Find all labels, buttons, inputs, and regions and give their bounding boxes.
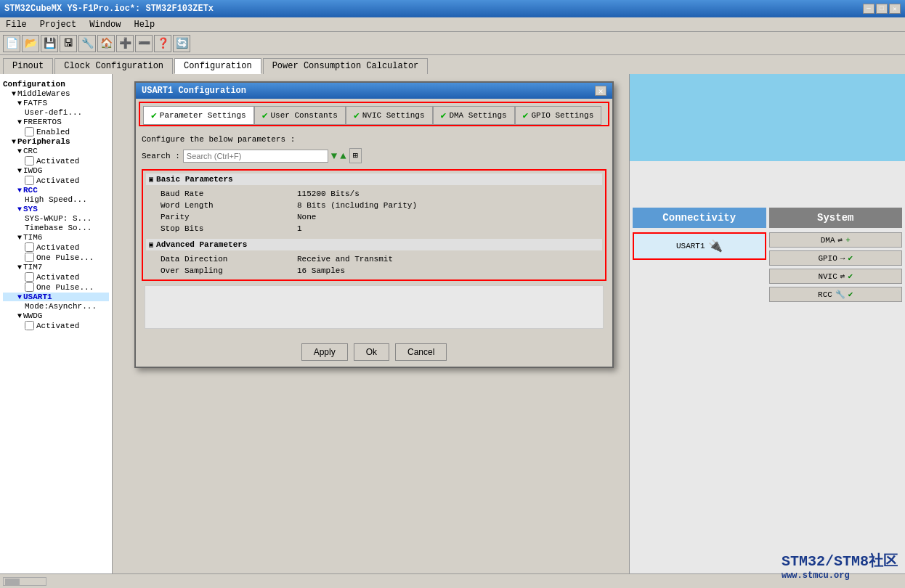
rcc-right-button[interactable]: RCC 🔧 ✔ xyxy=(769,287,903,302)
sidebar-tim7[interactable]: ▼ TIM7 xyxy=(3,263,109,271)
middlewares-label: MiddleWares xyxy=(17,89,70,98)
right-panel-top xyxy=(630,74,905,161)
toolbar-open[interactable]: 📂 xyxy=(22,35,39,52)
toolbar-btn6[interactable]: 🏠 xyxy=(97,35,115,52)
tab-clock[interactable]: Clock Configuration xyxy=(54,58,173,74)
sidebar-freertos[interactable]: ▼ FREERTOS xyxy=(3,118,109,126)
data-direction-value: Receive and Transmit xyxy=(291,253,602,265)
tim6-one-pulse-checkbox[interactable] xyxy=(25,253,34,262)
toolbar-save[interactable]: 💾 xyxy=(41,35,58,52)
toolbar-save-as[interactable]: 🖫 xyxy=(60,35,77,52)
high-speed-label: High Speed... xyxy=(25,195,87,204)
dma-button[interactable]: DMA ⇌ + xyxy=(769,232,903,248)
sidebar-iwdg-activated: Activated xyxy=(3,176,109,185)
sidebar-crc[interactable]: ▼ CRC xyxy=(3,147,109,155)
tim7-one-pulse-checkbox[interactable] xyxy=(25,282,34,292)
nvic-check-icon: ✔ xyxy=(354,110,360,121)
watermark: STM32/STM8社区 www.stmcu.org xyxy=(782,551,898,581)
advanced-collapse-icon[interactable]: ▣ xyxy=(149,240,153,249)
toolbar-btn5[interactable]: 🔧 xyxy=(78,35,96,52)
dma-check-icon: ✔ xyxy=(441,110,447,121)
tab-bar: Pinout Clock Configuration Configuration… xyxy=(0,55,905,74)
one-pulse-tim7-label: One Pulse... xyxy=(36,283,94,292)
tim7-activated-checkbox[interactable] xyxy=(25,272,34,282)
close-button[interactable]: ✕ xyxy=(889,4,901,14)
modal-tab-parameters[interactable]: ✔ Parameter Settings xyxy=(143,106,254,125)
search-down-arrow[interactable]: ▼ xyxy=(331,150,337,162)
sidebar-tim6[interactable]: ▼ TIM6 xyxy=(3,233,109,242)
maximize-button[interactable]: □ xyxy=(876,4,888,14)
sidebar-timebase: Timebase So... xyxy=(3,224,109,232)
menu-help[interactable]: Help xyxy=(131,20,158,30)
nvic-button[interactable]: NVIC ⇌ ✔ xyxy=(769,269,903,284)
expand-middlewares[interactable]: ▼ xyxy=(12,90,16,98)
toolbar-btn8[interactable]: ➖ xyxy=(135,35,153,52)
sidebar-title: Configuration xyxy=(3,80,109,89)
sidebar-tim6-activated: Activated xyxy=(3,242,109,252)
toolbar-btn10[interactable]: 🔄 xyxy=(173,35,190,52)
system-header: System xyxy=(769,208,903,228)
wwdg-activated-checkbox[interactable] xyxy=(25,321,34,330)
menu-window[interactable]: Window xyxy=(86,20,123,30)
rcc-icon: 🔧 xyxy=(835,290,845,299)
iwdg-activated-checkbox[interactable] xyxy=(25,176,34,185)
tim6-activated-checkbox[interactable] xyxy=(25,242,34,252)
toolbar-new[interactable]: 📄 xyxy=(3,35,20,52)
over-sampling-value: 16 Samples xyxy=(291,265,602,277)
tim6-label: TIM6 xyxy=(23,233,42,242)
scrollbar-horizontal[interactable] xyxy=(3,577,46,586)
modal-tab-dma[interactable]: ✔ DMA Settings xyxy=(433,106,515,125)
window-controls: ─ □ ✕ xyxy=(863,4,901,14)
gpio-button[interactable]: GPIO → ✔ xyxy=(769,250,903,266)
modal-tab-gpio[interactable]: ✔ GPIO Settings xyxy=(515,106,602,125)
toolbar-btn9[interactable]: ❓ xyxy=(154,35,171,52)
peripherals-label: Peripherals xyxy=(17,137,70,146)
modal-tab-nvic[interactable]: ✔ NVIC Settings xyxy=(346,106,433,125)
usart1-config-modal: USART1 Configuration ✕ ✔ Parameter Setti… xyxy=(134,81,614,368)
modal-close-button[interactable]: ✕ xyxy=(595,86,606,96)
stop-bits-label: Stop Bits xyxy=(146,223,291,234)
menu-project[interactable]: Project xyxy=(37,20,79,30)
nvic-icon: ⇌ xyxy=(840,271,845,281)
freertos-enabled-checkbox[interactable] xyxy=(25,127,34,136)
tab-power[interactable]: Power Consumption Calculator xyxy=(263,58,429,74)
sidebar-iwdg[interactable]: ▼ IWDG xyxy=(3,166,109,175)
sidebar-usart1[interactable]: ▼ USART1 xyxy=(3,293,109,301)
one-pulse-tim6-label: One Pulse... xyxy=(36,253,94,262)
activated-wwdg-label: Activated xyxy=(36,322,79,330)
modal-tab-user-const-label: User Constants xyxy=(270,111,337,120)
sidebar-fatfs[interactable]: ▼ FATFS xyxy=(3,99,109,107)
basic-collapse-icon[interactable]: ▣ xyxy=(149,175,153,184)
modal-tab-user-constants[interactable]: ✔ User Constants xyxy=(254,106,346,125)
table-row: Data Direction Receive and Transmit xyxy=(146,253,602,265)
sidebar: Configuration ▼ MiddleWares ▼ FATFS User… xyxy=(0,74,113,573)
sidebar-wwdg[interactable]: ▼ WWDG xyxy=(3,311,109,320)
modal-tab-gpio-label: GPIO Settings xyxy=(531,111,593,120)
advanced-params-table: Data Direction Receive and Transmit Over… xyxy=(146,253,602,277)
parity-label: Parity xyxy=(146,211,291,223)
sidebar-tim7-activated: Activated xyxy=(3,272,109,282)
window-title: STM32CubeMX YS-F1Pro.ioc*: STM32F103ZETx xyxy=(4,4,214,14)
crc-activated-checkbox[interactable] xyxy=(25,156,34,166)
tab-configuration[interactable]: Configuration xyxy=(174,58,261,74)
search-up-arrow[interactable]: ▲ xyxy=(340,150,346,162)
tab-pinout[interactable]: Pinout xyxy=(3,58,53,74)
cancel-button[interactable]: Cancel xyxy=(395,343,447,361)
right-panel: Connectivity USART1 🔌 System DMA ⇌ + GP xyxy=(629,74,905,573)
search-input[interactable] xyxy=(183,150,328,163)
parity-value: None xyxy=(291,211,602,223)
sidebar-sys-wkup: SYS-WKUP: S... xyxy=(3,214,109,223)
table-row: Parity None xyxy=(146,211,602,223)
usart1-btn-highlighted[interactable]: USART1 🔌 xyxy=(633,232,766,260)
grid-view-button[interactable]: ⊞ xyxy=(349,148,362,163)
word-length-label: Word Length xyxy=(146,200,291,211)
menu-file[interactable]: File xyxy=(3,20,30,30)
ok-button[interactable]: Ok xyxy=(354,343,389,361)
toolbar-btn7[interactable]: ➕ xyxy=(116,35,134,52)
dma-label: DMA xyxy=(821,236,835,245)
sidebar-rcc[interactable]: ▼ RCC xyxy=(3,186,109,195)
minimize-button[interactable]: ─ xyxy=(863,4,874,14)
rcc-label: RCC xyxy=(23,186,38,195)
apply-button[interactable]: Apply xyxy=(301,343,348,361)
sidebar-sys[interactable]: ▼ SYS xyxy=(3,205,109,213)
